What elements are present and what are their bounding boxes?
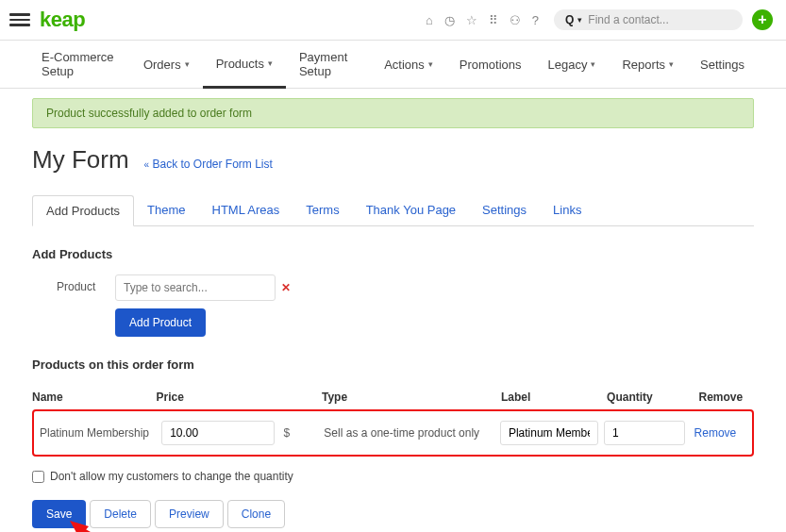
nav-orders[interactable]: Orders▾	[130, 41, 203, 88]
table-row: Platinum Membership $ Sell as a one-time…	[32, 409, 754, 457]
nav-e-commerce-setup[interactable]: E-Commerce Setup	[28, 41, 130, 88]
product-search-input[interactable]	[115, 274, 276, 301]
products-on-form-heading: Products on this order form	[32, 357, 754, 372]
lock-quantity-checkbox[interactable]	[32, 471, 44, 483]
page-title: My Form	[32, 145, 129, 175]
add-button[interactable]: +	[752, 9, 773, 30]
tab-add-products[interactable]: Add Products	[32, 195, 134, 226]
add-product-button[interactable]: Add Product	[115, 308, 206, 337]
remove-link[interactable]: Remove	[694, 426, 737, 440]
row-type: Sell as a one-time product only	[324, 426, 500, 440]
success-alert: Product successfully added to order form	[32, 98, 754, 128]
search-placeholder: Find a contact...	[588, 13, 668, 26]
lock-quantity-label: Don't allow my customers to change the q…	[50, 470, 293, 483]
price-input[interactable]	[161, 421, 275, 445]
table-header: Name Price Type Label Quantity Remove	[32, 385, 754, 409]
tab-terms[interactable]: Terms	[293, 195, 352, 225]
quantity-input[interactable]	[604, 421, 685, 445]
clock-icon[interactable]: ◷	[444, 13, 455, 27]
tab-thank-you-page[interactable]: Thank You Page	[353, 195, 469, 225]
chevron-down-icon: ▾	[591, 59, 595, 69]
currency-label: $	[284, 426, 291, 440]
main-nav: E-Commerce SetupOrders▾Products▾Payment …	[0, 40, 786, 89]
preview-button[interactable]: Preview	[155, 500, 224, 528]
clear-icon[interactable]: ✕	[281, 281, 291, 294]
nav-legacy[interactable]: Legacy▾	[535, 41, 610, 88]
search-icon: Q	[565, 13, 574, 26]
chevron-down-icon: ▾	[268, 58, 273, 68]
back-link[interactable]: « Back to Order Form List	[144, 158, 273, 171]
user-icon[interactable]: ⚇	[510, 13, 521, 27]
chevron-down-icon: ▾	[669, 59, 674, 69]
menu-icon[interactable]	[9, 10, 30, 29]
apps-icon[interactable]: ⠿	[489, 13, 498, 27]
nav-products[interactable]: Products▾	[203, 41, 286, 89]
add-products-heading: Add Products	[32, 247, 754, 261]
nav-actions[interactable]: Actions▾	[371, 41, 446, 88]
chevron-down-icon: ▾	[185, 59, 190, 69]
star-icon[interactable]: ☆	[466, 13, 477, 27]
nav-settings[interactable]: Settings	[687, 41, 758, 88]
search-input[interactable]: Q▾ Find a contact...	[554, 9, 743, 30]
home-icon[interactable]: ⌂	[426, 13, 433, 27]
label-input[interactable]	[500, 421, 598, 445]
nav-promotions[interactable]: Promotions	[446, 41, 535, 88]
tab-settings[interactable]: Settings	[469, 195, 540, 225]
nav-payment-setup[interactable]: Payment Setup	[286, 41, 371, 88]
help-icon[interactable]: ?	[532, 13, 539, 27]
nav-reports[interactable]: Reports▾	[609, 41, 687, 88]
arrow-annotation	[70, 521, 126, 532]
tab-theme[interactable]: Theme	[134, 195, 198, 225]
clone-button[interactable]: Clone	[227, 500, 285, 528]
chevron-down-icon: ▾	[428, 59, 433, 69]
tab-html-areas[interactable]: HTML Areas	[199, 195, 293, 225]
sub-nav: Add ProductsThemeHTML AreasTermsThank Yo…	[32, 195, 754, 226]
row-name: Platinum Membership	[40, 426, 161, 440]
logo: keap	[40, 8, 85, 32]
product-field-label: Product	[57, 274, 115, 293]
tab-links[interactable]: Links	[540, 195, 594, 225]
